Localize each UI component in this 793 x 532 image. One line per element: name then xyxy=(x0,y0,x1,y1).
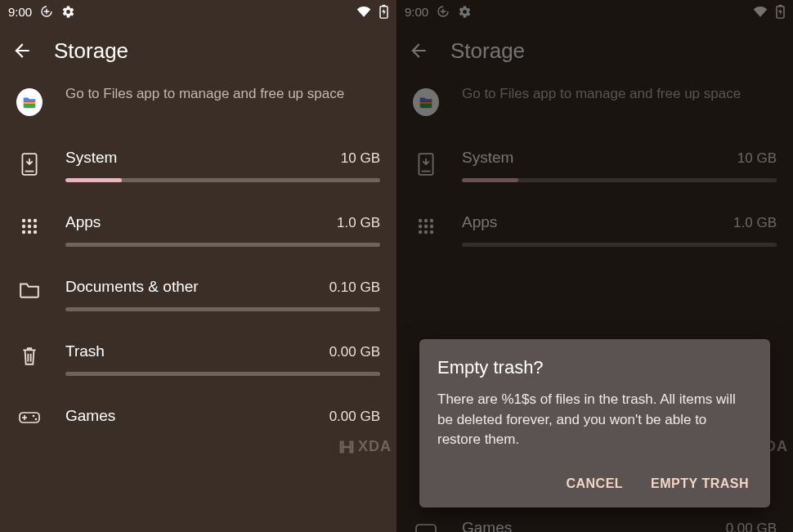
files-app-icon xyxy=(16,88,43,116)
system-icon xyxy=(20,152,39,177)
progress-bar xyxy=(65,243,380,247)
category-size: 0.00 GB xyxy=(329,409,380,425)
category-size: 10 GB xyxy=(341,150,380,167)
status-bar: 9:00 xyxy=(0,0,396,23)
files-tip-text: Go to Files app to manage and free up sp… xyxy=(65,85,380,104)
svg-point-11 xyxy=(28,230,31,234)
svg-point-12 xyxy=(34,230,37,234)
category-label: System xyxy=(462,149,513,167)
category-system[interactable]: System 10 GB xyxy=(396,132,793,197)
category-label: Documents & other xyxy=(65,278,199,296)
svg-point-10 xyxy=(22,230,25,234)
svg-point-8 xyxy=(28,225,31,228)
svg-point-23 xyxy=(424,219,428,222)
screenshot-left: 9:00 Storage G xyxy=(0,0,396,532)
page-title: Storage xyxy=(54,38,128,64)
progress-fill xyxy=(65,178,122,182)
progress-fill xyxy=(462,178,518,182)
category-label: Apps xyxy=(462,213,497,231)
progress-bar xyxy=(65,372,380,376)
dialog-title: Empty trash? xyxy=(437,357,752,378)
apps-icon xyxy=(20,217,39,236)
dialog-body: There are %1$s of files in the trash. Al… xyxy=(437,390,752,450)
games-icon xyxy=(18,410,41,425)
category-games[interactable]: Games 0.00 GB xyxy=(0,391,396,425)
category-size: 0.00 GB xyxy=(726,521,777,532)
games-icon xyxy=(414,522,437,532)
wifi-icon xyxy=(753,6,768,17)
category-label: Games xyxy=(462,519,512,532)
category-trash[interactable]: Trash 0.00 GB xyxy=(0,326,396,391)
svg-point-29 xyxy=(424,230,428,234)
watermark: XDA xyxy=(338,438,392,455)
category-size: 0.10 GB xyxy=(329,279,380,296)
category-apps[interactable]: Apps 1.0 GB xyxy=(396,197,793,262)
system-icon xyxy=(416,152,436,177)
svg-point-9 xyxy=(34,225,37,228)
svg-point-5 xyxy=(28,219,31,222)
category-size: 10 GB xyxy=(737,150,777,167)
svg-point-26 xyxy=(424,225,428,228)
screenshot-right: 9:00 Storage G xyxy=(396,0,793,532)
category-size: 1.0 GB xyxy=(733,215,777,231)
category-size: 1.0 GB xyxy=(337,215,380,231)
app-bar: Storage xyxy=(0,23,396,78)
svg-point-6 xyxy=(34,219,37,222)
svg-point-28 xyxy=(419,230,422,234)
svg-point-22 xyxy=(419,219,422,222)
svg-rect-19 xyxy=(779,5,782,7)
status-time: 9:00 xyxy=(405,5,428,19)
page-title: Storage xyxy=(450,38,525,64)
trash-icon xyxy=(20,346,38,367)
app-bar: Storage xyxy=(396,23,793,78)
files-app-icon xyxy=(413,88,439,116)
progress-bar xyxy=(65,178,380,182)
category-label: Apps xyxy=(65,213,101,231)
settings-icon xyxy=(61,5,75,19)
data-saver-icon xyxy=(437,5,450,18)
status-bar: 9:00 xyxy=(396,0,793,23)
svg-point-4 xyxy=(22,219,25,222)
svg-point-24 xyxy=(430,219,433,222)
data-saver-icon xyxy=(40,5,53,18)
category-size: 0.00 GB xyxy=(329,344,380,360)
wifi-icon xyxy=(356,6,371,17)
back-button[interactable] xyxy=(11,40,33,61)
progress-bar xyxy=(65,307,380,311)
svg-point-27 xyxy=(430,225,433,228)
category-system[interactable]: System 10 GB xyxy=(0,132,396,197)
svg-point-16 xyxy=(33,415,35,418)
progress-bar xyxy=(462,178,777,182)
battery-icon xyxy=(379,4,388,19)
category-apps[interactable]: Apps 1.0 GB xyxy=(0,197,396,262)
svg-point-30 xyxy=(430,230,433,234)
category-label: Games xyxy=(65,407,115,425)
files-tip-text: Go to Files app to manage and free up sp… xyxy=(462,85,777,104)
svg-rect-1 xyxy=(383,5,386,7)
apps-icon xyxy=(416,217,436,236)
files-app-tip[interactable]: Go to Files app to manage and free up sp… xyxy=(0,78,396,132)
svg-rect-31 xyxy=(416,525,436,532)
svg-point-17 xyxy=(35,418,38,421)
empty-trash-dialog: Empty trash? There are %1$s of files in … xyxy=(419,339,770,507)
svg-point-7 xyxy=(22,225,25,228)
settings-icon xyxy=(458,5,472,19)
category-label: Trash xyxy=(65,342,105,360)
svg-point-25 xyxy=(419,225,422,228)
category-documents[interactable]: Documents & other 0.10 GB xyxy=(0,262,396,326)
empty-trash-button[interactable]: EMPTY TRASH xyxy=(647,470,752,498)
files-app-tip[interactable]: Go to Files app to manage and free up sp… xyxy=(396,78,793,132)
folder-icon xyxy=(19,281,40,299)
status-time: 9:00 xyxy=(8,5,32,19)
progress-bar xyxy=(462,243,777,247)
cancel-button[interactable]: CANCEL xyxy=(562,470,626,498)
category-label: System xyxy=(65,149,117,167)
battery-icon xyxy=(776,4,785,19)
back-button[interactable] xyxy=(408,40,429,61)
